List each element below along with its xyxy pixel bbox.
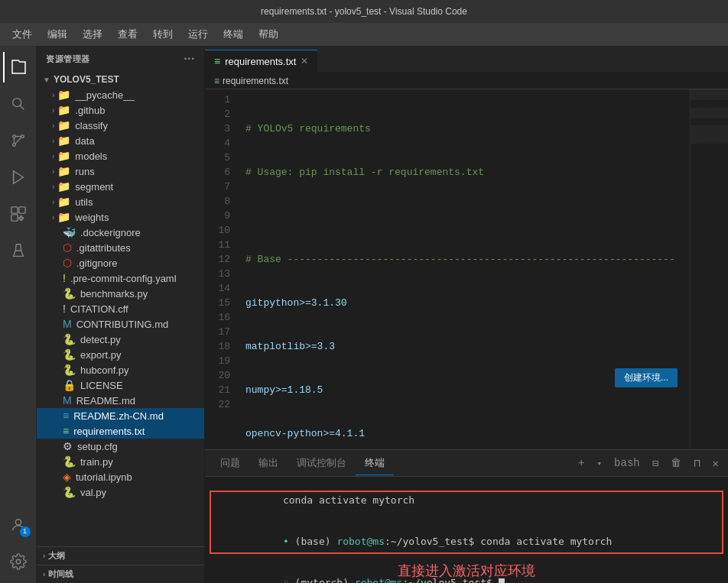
file-label: CONTRIBUTING.md	[76, 319, 169, 330]
file-label: README.zh-CN.md	[73, 410, 164, 422]
file-val[interactable]: 🐍 val.py	[37, 484, 204, 500]
folder-utils[interactable]: › 📁 utils	[37, 194, 204, 209]
root-folder-label: YOLOV5_TEST	[54, 74, 119, 85]
maximize-panel-button[interactable]: ⊓	[691, 455, 703, 471]
file-dockerignore[interactable]: 🐳 .dockerignore	[37, 225, 204, 240]
svg-rect-12	[11, 215, 17, 221]
tab-problems[interactable]: 问题	[211, 452, 249, 474]
menu-run[interactable]: 运行	[182, 24, 214, 44]
files-icon[interactable]	[3, 52, 34, 83]
tab-debug-console[interactable]: 调试控制台	[288, 452, 356, 474]
menu-view[interactable]: 查看	[112, 24, 144, 44]
yaml-file-icon: !	[63, 272, 66, 284]
run-debug-icon[interactable]	[3, 162, 34, 193]
tab-output[interactable]: 输出	[249, 452, 288, 474]
file-license[interactable]: 🔒 LICENSE	[37, 377, 204, 393]
testing-icon[interactable]	[3, 235, 34, 266]
search-icon[interactable]	[3, 89, 34, 119]
file-tutorial[interactable]: ◈ tutorial.ipynb	[37, 469, 204, 484]
file-train[interactable]: 🐍 train.py	[37, 454, 204, 469]
split-terminal-button[interactable]: ⊟	[649, 455, 661, 471]
extensions-icon[interactable]	[3, 199, 34, 229]
file-precommit[interactable]: ! .pre-commit-config.yaml	[37, 270, 204, 286]
code-token: # Base ---------------------------------…	[245, 252, 675, 267]
file-hubconf[interactable]: 🐍 hubconf.py	[37, 362, 204, 377]
timeline-panel[interactable]: › 时间线	[37, 565, 204, 583]
folder-icon: 📁	[57, 134, 70, 147]
git-file-icon: ⬡	[63, 241, 72, 254]
folder-icon: 📁	[57, 119, 70, 131]
menu-select[interactable]: 选择	[76, 24, 109, 44]
folder-github[interactable]: › 📁 .github	[37, 102, 204, 118]
file-benchmarks[interactable]: 🐍 benchmarks.py	[37, 286, 204, 301]
file-readme[interactable]: M README.md	[37, 393, 204, 408]
file-label: .gitignore	[76, 257, 117, 269]
folder-data[interactable]: › 📁 data	[37, 133, 204, 148]
folder-pycache[interactable]: › 📁 __pycache__	[37, 87, 204, 102]
folder-runs[interactable]: › 📁 runs	[37, 164, 204, 179]
sidebar-more-button[interactable]: ···	[184, 52, 195, 66]
new-terminal-button[interactable]: +	[575, 455, 587, 471]
menu-goto[interactable]: 转到	[147, 24, 179, 44]
folder-label: data	[75, 135, 94, 147]
source-control-icon[interactable]	[3, 125, 34, 156]
tab-label: requirements.txt	[225, 56, 296, 67]
close-panel-button[interactable]: ✕	[710, 455, 722, 471]
folder-icon: 📁	[57, 150, 70, 162]
svg-marker-8	[13, 171, 23, 184]
file-label: val.py	[80, 487, 106, 498]
folder-models[interactable]: › 📁 models	[37, 148, 204, 164]
file-label: CITATION.cff	[70, 303, 128, 315]
folder-classify[interactable]: › 📁 classify	[37, 118, 204, 133]
python-file-icon: 🐍	[63, 486, 76, 498]
file-gitattributes[interactable]: ⬡ .gitattributes	[37, 240, 204, 255]
file-citation[interactable]: ! CITATION.cff	[37, 301, 204, 316]
python-file-icon: 🐍	[63, 333, 76, 345]
menu-file[interactable]: 文件	[6, 24, 38, 44]
create-env-button[interactable]: 创建环境...	[615, 368, 678, 387]
svg-point-3	[12, 144, 15, 147]
outline-panel[interactable]: › 大纲	[37, 546, 204, 565]
menu-terminal[interactable]: 终端	[217, 24, 249, 44]
svg-rect-10	[11, 207, 17, 213]
tab-terminal[interactable]: 终端	[356, 452, 394, 475]
terminal-line-1: conda activate mytorch	[211, 480, 722, 521]
settings-icon[interactable]	[3, 546, 34, 577]
menu-help[interactable]: 帮助	[252, 24, 284, 44]
folder-segment[interactable]: › 📁 segment	[37, 179, 204, 194]
file-label: setup.cfg	[77, 441, 118, 452]
sidebar-header: 资源管理器 ···	[37, 46, 204, 72]
git-file-icon: ⬡	[63, 257, 72, 269]
code-token: matplotlib>=3.3	[245, 339, 335, 354]
menu-edit[interactable]: 编辑	[41, 24, 73, 44]
file-label: benchmarks.py	[80, 288, 148, 300]
minimap	[690, 89, 728, 449]
file-contributing[interactable]: M CONTRIBUTING.md	[37, 316, 204, 332]
timeline-label: 时间线	[48, 568, 73, 580]
file-export[interactable]: 🐍 export.py	[37, 347, 204, 362]
account-badge: 1	[20, 526, 31, 537]
folder-weights[interactable]: › 📁 weights	[37, 209, 204, 225]
file-detect[interactable]: 🐍 detect.py	[37, 332, 204, 347]
minimap-content	[691, 89, 728, 449]
kill-terminal-button[interactable]: 🗑	[668, 455, 684, 471]
terminal-content[interactable]: conda activate mytorch • (base) robot@ms…	[205, 477, 728, 583]
svg-rect-11	[18, 207, 24, 213]
file-requirements[interactable]: ≡ requirements.txt	[37, 423, 204, 439]
md-file-icon: ≡	[63, 410, 69, 422]
svg-point-4	[21, 135, 24, 138]
terminal-line-3: ◦ (mytorch) robot@ms:~/yolov5_test$	[211, 562, 722, 583]
code-editor[interactable]: 12345 678910 1112131415 1617181920 2122 …	[205, 89, 690, 449]
terminal-dropdown-button[interactable]: ▾	[593, 457, 605, 470]
file-readme-cn[interactable]: ≡ README.zh-CN.md	[37, 408, 204, 423]
breadcrumb-icon: ≡	[214, 76, 219, 86]
folder-icon: 📁	[57, 89, 70, 101]
root-folder[interactable]: ▼ YOLOV5_TEST	[37, 72, 204, 87]
file-label: detect.py	[80, 334, 121, 345]
file-gitignore[interactable]: ⬡ .gitignore	[37, 255, 204, 270]
tab-close-button[interactable]: ✕	[301, 56, 308, 66]
tab-requirements[interactable]: ≡ requirements.txt ✕	[205, 50, 317, 72]
file-setup[interactable]: ⚙ setup.cfg	[37, 439, 204, 454]
account-icon[interactable]: 1	[3, 510, 34, 540]
python-file-icon: 🐍	[63, 348, 76, 361]
